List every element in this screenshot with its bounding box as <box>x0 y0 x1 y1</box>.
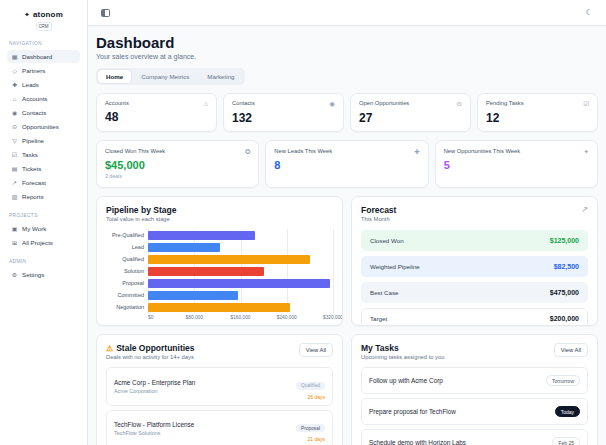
bottom-row: ⚠Stale Opportunities Deals with no activ… <box>96 334 598 445</box>
moon-icon: ☾ <box>585 8 592 17</box>
sidebar-item-forecast[interactable]: ↗Forecast <box>7 176 80 189</box>
sidebar-item-all-projects[interactable]: ⊞All Projects <box>7 236 80 249</box>
chart-row-negotiation: Negotiation <box>106 301 333 313</box>
highlight-value: 5 <box>444 159 589 171</box>
days-stale: 26 days <box>296 394 325 400</box>
sidebar-item-pipeline[interactable]: ▽Pipeline <box>7 134 80 147</box>
highlight-card-closed-won-this-week: Closed Won This Week✪$45,0003 deals <box>96 140 259 188</box>
sidebar-item-accounts[interactable]: ⌂Accounts <box>7 92 80 105</box>
highlight-value: 8 <box>274 159 419 171</box>
forecast-row-label: Target <box>370 315 387 322</box>
chart-gridline <box>287 229 288 241</box>
task-due-badge: Today <box>555 406 580 417</box>
chart-category-label: Proposal <box>106 280 148 286</box>
chart-title: Pipeline by Stage <box>106 205 333 215</box>
chart-gridline <box>241 289 242 301</box>
chart-gridline <box>333 265 334 277</box>
sidebar: ✦ atonom CRM Navigation▦Dashboard◇Partne… <box>0 0 88 445</box>
chart-category-label: Pre-Qualified <box>106 232 148 238</box>
stale-opportunity-row[interactable]: Acme Corp - Enterprise PlanAcme Corporat… <box>106 367 333 406</box>
task-row[interactable]: Follow up with Acme CorpTomorrow <box>361 367 588 394</box>
pipeline-bar-chart: Pre-QualifiedLeadQualifiedSolutionPropos… <box>106 229 333 313</box>
highlight-sub <box>274 173 419 179</box>
stat-label: Contacts <box>232 100 255 106</box>
people-icon: ◉ <box>329 100 335 108</box>
sidebar-item-reports[interactable]: ▥Reports <box>7 190 80 203</box>
forecast-icon: ↗ <box>11 179 18 186</box>
chart-category-label: Committed <box>106 292 148 298</box>
user-plus-icon: ✚ <box>414 148 419 156</box>
chart-tick-label: $0 <box>148 315 153 320</box>
sidebar-item-label: Dashboard <box>22 53 52 60</box>
settings-icon: ⚙ <box>11 271 18 278</box>
leads-icon: ✚ <box>11 81 18 88</box>
sidebar-item-label: Reports <box>22 193 44 200</box>
sidebar-item-settings[interactable]: ⚙Settings <box>7 268 80 281</box>
checklist-icon: ☑ <box>583 100 589 108</box>
chart-bar-pre-qualified <box>148 231 255 240</box>
tasks-icon: ☑ <box>11 151 18 158</box>
app-root: ✦ atonom CRM Navigation▦Dashboard◇Partne… <box>0 0 606 445</box>
tab-home[interactable]: Home <box>98 70 131 83</box>
stale-opportunity-row[interactable]: TechFlow - Platform LicenseTechFlow Solu… <box>106 410 333 445</box>
task-row[interactable]: Prepare proposal for TechFlowToday <box>361 398 588 425</box>
chart-category-label: Qualified <box>106 256 148 262</box>
stat-card-accounts: Accounts⌂48 <box>96 93 217 132</box>
chart-gridline <box>241 241 242 253</box>
chart-row-committed: Committed <box>106 289 333 301</box>
chart-gridline <box>333 253 334 265</box>
all-projects-icon: ⊞ <box>11 239 18 246</box>
forecast-row-value: $82,500 <box>554 263 579 270</box>
chart-gridline <box>287 265 288 277</box>
trending-up-icon: ↗ <box>581 205 588 214</box>
sidebar-item-partners[interactable]: ◇Partners <box>7 64 80 77</box>
forecast-row-value: $125,000 <box>550 237 579 244</box>
chart-bar-lead <box>148 243 220 252</box>
sidebar-section-label: Projects <box>9 213 78 218</box>
highlight-card-new-leads-this-week: New Leads This Week✚8 <box>265 140 428 188</box>
sidebar-item-label: Pipeline <box>22 137 44 144</box>
page-title: Dashboard <box>96 34 598 51</box>
highlight-sub <box>444 173 589 179</box>
sidebar-item-label: Opportunities <box>22 123 59 130</box>
stale-view-all-button[interactable]: View All <box>299 343 333 357</box>
stat-card-pending-tasks: Pending Tasks☑12 <box>477 93 598 132</box>
sidebar-item-opportunities[interactable]: ⊙Opportunities <box>7 120 80 133</box>
tab-company-metrics[interactable]: Company Metrics <box>133 70 197 83</box>
warning-icon: ⚠ <box>106 344 113 353</box>
accounts-icon: ⌂ <box>11 96 18 102</box>
opportunities-icon: ⊙ <box>11 123 18 130</box>
chart-category-label: Negotiation <box>106 304 148 310</box>
chart-category-label: Lead <box>106 244 148 250</box>
tasks-view-all-button[interactable]: View All <box>554 343 588 357</box>
chart-subtitle: Total value in each stage <box>106 216 333 222</box>
stat-value: 132 <box>232 111 335 125</box>
sidebar-item-tickets[interactable]: ▤Tickets <box>7 162 80 175</box>
sidebar-section-label: Navigation <box>9 41 78 46</box>
theme-toggle-button[interactable]: ☾ <box>582 6 596 20</box>
sidebar-item-leads[interactable]: ✚Leads <box>7 78 80 91</box>
sidebar-item-tasks[interactable]: ☑Tasks <box>7 148 80 161</box>
sparkle-icon: ✦ <box>584 148 589 156</box>
tab-marketing[interactable]: Marketing <box>199 70 242 83</box>
forecast-row-weighted-pipeline: Weighted Pipeline$82,500 <box>361 256 588 277</box>
tab-bar: HomeCompany MetricsMarketing <box>96 68 245 85</box>
sidebar-toggle-button[interactable] <box>98 6 112 20</box>
chart-gridline <box>287 289 288 301</box>
stat-label: Open Opportunities <box>359 100 409 106</box>
chart-gridline <box>333 301 334 313</box>
stat-value: 12 <box>486 111 589 125</box>
logo-badge: CRM <box>36 22 52 31</box>
task-row[interactable]: Schedule demo with Horizon LabsFeb 25 <box>361 429 588 445</box>
chart-tick-label: $80,000 <box>186 315 203 320</box>
forecast-row-label: Best Case <box>370 289 399 296</box>
content: Dashboard Your sales overview at a glanc… <box>88 26 606 445</box>
chart-bar-solution <box>148 267 264 276</box>
reports-icon: ▥ <box>11 193 18 200</box>
chart-tick-label: $160,000 <box>230 315 250 320</box>
sidebar-section-admin: Admin⚙Settings <box>7 259 80 281</box>
sidebar-item-contacts[interactable]: ◉Contacts <box>7 106 80 119</box>
forecast-row-value: $475,000 <box>550 289 579 296</box>
sidebar-item-dashboard[interactable]: ▦Dashboard <box>7 50 80 63</box>
sidebar-item-my-work[interactable]: ▣My Work <box>7 222 80 235</box>
